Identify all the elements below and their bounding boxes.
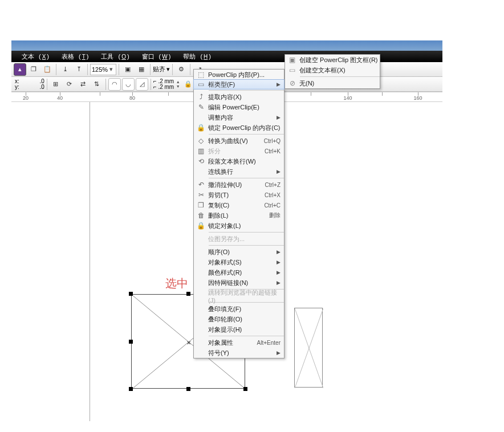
submenu-arrow-icon: ▶	[274, 350, 281, 356]
position-values[interactable]: .0.0	[22, 79, 44, 90]
handle-se[interactable]	[243, 387, 247, 391]
rectangle-2[interactable]	[294, 308, 323, 388]
mirror-h-icon[interactable]: ⇄	[77, 78, 90, 91]
tool-import-icon[interactable]: ⤓	[59, 63, 71, 76]
context-menu-item[interactable]: 调整内容▶	[194, 112, 284, 123]
corner-values[interactable]: ⌐ .2 mm ⌐ .2 mm	[153, 79, 174, 90]
handle-w[interactable]	[129, 340, 133, 344]
tool-export-icon[interactable]: ⤒	[72, 63, 85, 76]
menu-shortcut: Alt+Enter	[257, 340, 281, 346]
menu-item-icon: ❐	[194, 201, 208, 209]
context-menu-item: 跳转到浏览器中的超链接(J)	[194, 291, 284, 301]
context-menu-item[interactable]: ✂剪切(T)Ctrl+X	[194, 190, 284, 200]
tool-grid-icon[interactable]: ▦	[135, 63, 148, 76]
corner-round-icon[interactable]: ◠	[108, 78, 121, 91]
menu-item-icon: 🗑	[194, 211, 208, 219]
menu-item-label: 创建空 PowerClip 图文框(R)	[299, 56, 378, 64]
context-menu-item[interactable]: ⤴提取内容(X)	[194, 92, 284, 102]
context-menu-item[interactable]: 对象样式(S)▶	[194, 257, 284, 267]
spin-buttons[interactable]: ▲▼	[175, 80, 181, 89]
submenu-arrow-icon: ▶	[274, 115, 281, 120]
title-bar	[11, 40, 442, 51]
context-menu-item[interactable]: ❐复制(C)Ctrl+C	[194, 200, 284, 210]
menu-item-label: 撤消拉伸(U)	[208, 181, 265, 189]
menu-item-label: 连线换行	[208, 168, 274, 176]
tool-copy-icon[interactable]: ❐	[27, 63, 40, 76]
context-menu-item[interactable]: 对象提示(H)	[194, 324, 284, 335]
menu-window[interactable]: 窗口(W)	[135, 51, 174, 62]
submenu-item[interactable]: ▣创建空 PowerClip 图文框(R)	[285, 55, 380, 65]
ruler-label: 140	[343, 95, 352, 101]
menu-shortcut: Ctrl+Z	[265, 182, 281, 188]
menu-item-label: 跳转到浏览器中的超链接(J)	[208, 288, 281, 304]
submenu-item[interactable]: ▭创建空文本框(X)	[285, 65, 380, 75]
context-menu-item[interactable]: ⬚PowerClip 内部(P)...	[194, 70, 284, 80]
lock-ratio-icon[interactable]: 🔒	[182, 78, 194, 91]
context-menu-item[interactable]: 颜色样式(R)▶	[194, 267, 284, 278]
context-menu-item[interactable]: 连线换行▶	[194, 166, 284, 177]
corner-scallop-icon[interactable]: ◡	[122, 78, 135, 91]
context-menu-item[interactable]: 顺序(O)▶	[194, 247, 284, 257]
separator	[150, 64, 151, 75]
menu-tools[interactable]: 工具(O)	[94, 51, 132, 62]
snap-dropdown[interactable]: 贴齐 ▾	[153, 65, 170, 74]
context-menu-item[interactable]: 🔒锁定对象(L)	[194, 221, 284, 231]
menu-item-icon: 🔒	[194, 124, 208, 132]
context-menu: ⬚PowerClip 内部(P)...▭框类型(F)▶⤴提取内容(X)✎编辑 P…	[193, 69, 284, 358]
context-menu-item[interactable]: 叠印填充(F)	[194, 304, 284, 314]
placeholder-x-icon	[295, 308, 323, 388]
submenu-item[interactable]: ⊘无(N)	[285, 78, 380, 88]
menu-item-label: 段落文本换行(W)	[208, 157, 281, 166]
menu-item-icon: ✎	[194, 103, 208, 111]
context-menu-item[interactable]: ✎编辑 PowerClip(E)	[194, 102, 284, 112]
context-menu-item[interactable]: 符号(Y)▶	[194, 348, 284, 358]
context-menu-item[interactable]: 对象属性Alt+Enter	[194, 337, 284, 348]
handle-sw[interactable]	[129, 387, 133, 391]
menu-item-label: 无(N)	[299, 79, 314, 88]
menu-table[interactable]: 表格(T)	[55, 51, 92, 62]
context-menu-item[interactable]: 因特网链接(N)▶	[194, 278, 284, 288]
submenu-arrow-icon: ▶	[274, 81, 281, 87]
menu-help[interactable]: 帮助(H)	[176, 51, 214, 62]
menu-separator	[209, 232, 284, 233]
context-menu-item[interactable]: 🗑删除(L)删除	[194, 210, 284, 221]
tool-arrow-icon[interactable]: ▴	[14, 63, 26, 76]
context-menu-item[interactable]: ◇转换为曲线(V)Ctrl+Q	[194, 136, 284, 146]
menu-shortcut: Ctrl+C	[264, 202, 281, 209]
menu-separator	[209, 178, 284, 178]
context-menu-item[interactable]: ↶撤消拉伸(U)Ctrl+Z	[194, 180, 284, 190]
context-menu-item[interactable]: 叠印轮廓(O)	[194, 314, 284, 324]
zoom-input[interactable]: 125%▾	[90, 64, 116, 75]
menu-item-label: 框类型(F)	[208, 80, 274, 89]
menu-item-icon: ⤴	[194, 93, 208, 101]
tool-paste-icon[interactable]: 📋	[41, 63, 54, 76]
submenu-arrow-icon: ▶	[274, 169, 281, 174]
separator	[47, 79, 47, 90]
handle-nw[interactable]	[129, 292, 133, 296]
menu-item-label: 对象样式(S)	[208, 258, 274, 267]
center-x-icon: ✕	[186, 340, 191, 346]
menu-item-icon: ⊘	[285, 79, 299, 87]
menu-item-label: 复制(C)	[208, 201, 264, 210]
menu-shortcut: Ctrl+X	[265, 192, 281, 198]
menu-item-label: 剪切(T)	[208, 191, 265, 199]
context-menu-item[interactable]: ▭框类型(F)▶	[193, 79, 284, 89]
menu-item-label: 编辑 PowerClip(E)	[208, 103, 281, 112]
menu-item-icon: ▣	[285, 56, 299, 64]
corner-chamfer-icon[interactable]: ◿	[136, 78, 148, 91]
menu-separator	[209, 245, 284, 246]
submenu-arrow-icon: ▶	[274, 249, 281, 255]
menu-text[interactable]: 文本(X)	[15, 51, 52, 62]
menu-separator	[209, 134, 284, 135]
handle-s[interactable]	[186, 387, 190, 391]
ruler-tick	[100, 92, 100, 96]
angle-icon[interactable]: ⟳	[63, 78, 76, 91]
menu-separator	[209, 336, 284, 336]
tool-options-icon[interactable]: ⚙	[175, 63, 188, 76]
tool-fullscreen-icon[interactable]: ▣	[121, 63, 134, 76]
mirror-v-icon[interactable]: ⇅	[91, 78, 103, 91]
handle-n[interactable]	[186, 292, 190, 296]
menu-item-label: 对象属性	[208, 339, 257, 347]
context-menu-item[interactable]: ⟲段落文本换行(W)	[194, 156, 284, 166]
context-menu-item[interactable]: 🔒锁定 PowerClip 的内容(C)	[194, 123, 284, 133]
